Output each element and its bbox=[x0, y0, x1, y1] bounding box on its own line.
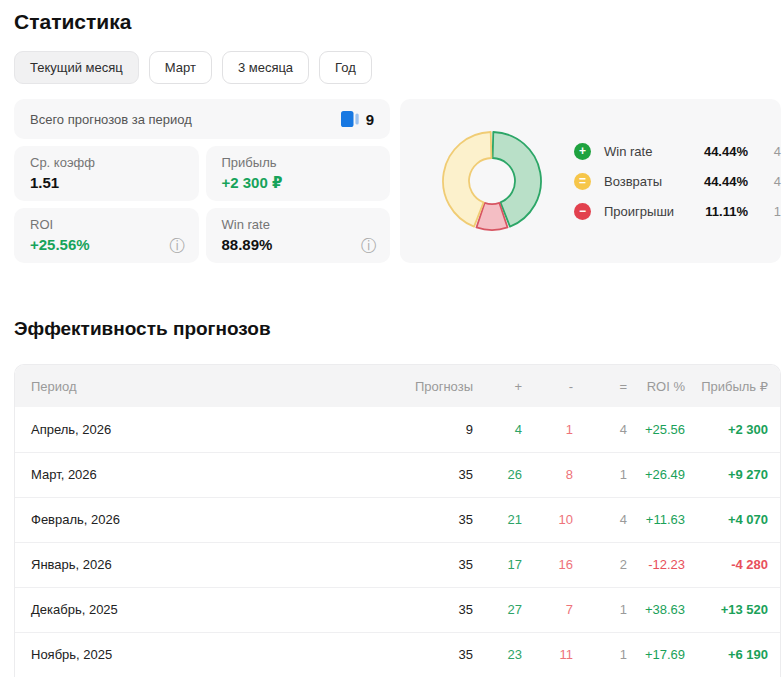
table-row: Март, 2026 35 26 8 1 +26.49 +9 270 bbox=[15, 452, 780, 497]
legend-percent: 11.11% bbox=[696, 204, 748, 219]
avg-coeff-label: Ср. коэфф bbox=[30, 155, 185, 170]
period-cell: Март, 2026 bbox=[15, 452, 411, 497]
profit-cell: +4 070 bbox=[685, 497, 780, 542]
losses-cell: 1 bbox=[522, 407, 573, 452]
wins-cell: 26 bbox=[473, 452, 522, 497]
period-cell: Февраль, 2026 bbox=[15, 497, 411, 542]
returns-cell: 1 bbox=[573, 632, 627, 677]
donut-chart bbox=[440, 129, 544, 233]
stat-cards-grid: Ср. коэфф 1.51 Прибыль +2 300 ₽ ROI +25.… bbox=[14, 146, 390, 263]
profit-label: Прибыль bbox=[222, 155, 377, 170]
profit-cell: +6 190 bbox=[685, 632, 780, 677]
period-cell: Декабрь, 2025 bbox=[15, 587, 411, 632]
stack-icon bbox=[340, 110, 360, 128]
roi-cell: +38.63 bbox=[627, 587, 685, 632]
losses-cell: 10 bbox=[522, 497, 573, 542]
summary-cards-column: Всего прогнозов за период 9 Ср. коэфф 1.… bbox=[14, 99, 390, 263]
profit-card: Прибыль +2 300 ₽ bbox=[206, 146, 391, 201]
period-cell: Январь, 2026 bbox=[15, 542, 411, 587]
legend-item-returns: = Возвраты 44.44% 4 bbox=[574, 173, 781, 190]
effectiveness-table: Период Прогнозы + - = ROI % Прибыль ₽ Ап… bbox=[15, 365, 780, 677]
chart-legend: + Win rate 44.44% 4 = Возвраты 44.44% 4 … bbox=[574, 143, 781, 220]
total-predictions-card: Всего прогнозов за период 9 bbox=[14, 99, 390, 139]
legend-label: Возвраты bbox=[604, 174, 696, 189]
col-period: Период bbox=[15, 365, 411, 407]
profit-cell: +13 520 bbox=[685, 587, 780, 632]
wins-cell: 17 bbox=[473, 542, 522, 587]
legend-item-losses: − Проигрыши 11.11% 1 bbox=[574, 203, 781, 220]
roi-card: ROI +25.56% ⓘ bbox=[14, 208, 199, 263]
page-title: Статистика bbox=[14, 10, 781, 34]
winrate-value: 88.89% bbox=[222, 236, 377, 253]
total-predictions-label: Всего прогнозов за период bbox=[30, 112, 340, 127]
results-chart-card: + Win rate 44.44% 4 = Возвраты 44.44% 4 … bbox=[400, 99, 781, 263]
profit-value: +2 300 ₽ bbox=[222, 174, 377, 192]
table-row: Январь, 2026 35 17 16 2 -12.23 -4 280 bbox=[15, 542, 780, 587]
legend-item-winrate: + Win rate 44.44% 4 bbox=[574, 143, 781, 160]
returns-cell: 1 bbox=[573, 587, 627, 632]
col-losses: - bbox=[522, 365, 573, 407]
returns-cell: 2 bbox=[573, 542, 627, 587]
equals-circle-icon: = bbox=[574, 173, 591, 190]
total-cell: 35 bbox=[411, 587, 473, 632]
roi-cell: +25.56 bbox=[627, 407, 685, 452]
col-wins: + bbox=[473, 365, 522, 407]
winrate-label: Win rate bbox=[222, 217, 377, 232]
returns-cell: 4 bbox=[573, 407, 627, 452]
table-row: Ноябрь, 2025 35 23 11 1 +17.69 +6 190 bbox=[15, 632, 780, 677]
filter-march[interactable]: Март bbox=[149, 51, 212, 84]
filter-year[interactable]: Год bbox=[319, 51, 372, 84]
returns-cell: 1 bbox=[573, 452, 627, 497]
roi-cell: -12.23 bbox=[627, 542, 685, 587]
losses-cell: 7 bbox=[522, 587, 573, 632]
filter-3-months[interactable]: 3 месяца bbox=[222, 51, 309, 84]
info-icon[interactable]: ⓘ bbox=[361, 238, 377, 254]
col-predictions: Прогнозы bbox=[411, 365, 473, 407]
profit-cell: +2 300 bbox=[685, 407, 780, 452]
period-cell: Апрель, 2026 bbox=[15, 407, 411, 452]
table-row: Февраль, 2026 35 21 10 4 +11.63 +4 070 bbox=[15, 497, 780, 542]
wins-cell: 21 bbox=[473, 497, 522, 542]
losses-cell: 16 bbox=[522, 542, 573, 587]
avg-coeff-value: 1.51 bbox=[30, 174, 185, 191]
effectiveness-title: Эффективность прогнозов bbox=[14, 318, 781, 340]
legend-count: 1 bbox=[748, 204, 781, 219]
roi-cell: +26.49 bbox=[627, 452, 685, 497]
profit-cell: +9 270 bbox=[685, 452, 780, 497]
wins-cell: 23 bbox=[473, 632, 522, 677]
losses-cell: 8 bbox=[522, 452, 573, 497]
winrate-card: Win rate 88.89% ⓘ bbox=[206, 208, 391, 263]
table-row: Апрель, 2026 9 4 1 4 +25.56 +2 300 bbox=[15, 407, 780, 452]
legend-label: Win rate bbox=[604, 144, 696, 159]
legend-count: 4 bbox=[748, 144, 781, 159]
col-roi: ROI % bbox=[627, 365, 685, 407]
table-row: Декабрь, 2025 35 27 7 1 +38.63 +13 520 bbox=[15, 587, 780, 632]
minus-circle-icon: − bbox=[574, 203, 591, 220]
effectiveness-table-card: Период Прогнозы + - = ROI % Прибыль ₽ Ап… bbox=[14, 364, 781, 677]
statistics-page: Статистика Текущий месяц Март 3 месяца Г… bbox=[0, 0, 783, 677]
legend-count: 4 bbox=[748, 174, 781, 189]
col-returns: = bbox=[573, 365, 627, 407]
table-header-row: Период Прогнозы + - = ROI % Прибыль ₽ bbox=[15, 365, 780, 407]
wins-cell: 4 bbox=[473, 407, 522, 452]
roi-cell: +11.63 bbox=[627, 497, 685, 542]
total-cell: 35 bbox=[411, 497, 473, 542]
period-filter-group: Текущий месяц Март 3 месяца Год bbox=[14, 51, 781, 84]
total-cell: 9 bbox=[411, 407, 473, 452]
total-predictions-value: 9 bbox=[366, 111, 374, 128]
roi-value: +25.56% bbox=[30, 236, 185, 253]
total-predictions-value-group: 9 bbox=[340, 110, 374, 128]
plus-circle-icon: + bbox=[574, 143, 591, 160]
losses-cell: 11 bbox=[522, 632, 573, 677]
profit-cell: -4 280 bbox=[685, 542, 780, 587]
col-profit: Прибыль ₽ bbox=[685, 365, 780, 407]
roi-cell: +17.69 bbox=[627, 632, 685, 677]
filter-current-month[interactable]: Текущий месяц bbox=[14, 51, 139, 84]
total-cell: 35 bbox=[411, 452, 473, 497]
period-cell: Ноябрь, 2025 bbox=[15, 632, 411, 677]
returns-cell: 4 bbox=[573, 497, 627, 542]
summary-section: Всего прогнозов за период 9 Ср. коэфф 1.… bbox=[14, 99, 781, 263]
info-icon[interactable]: ⓘ bbox=[170, 238, 186, 254]
total-cell: 35 bbox=[411, 632, 473, 677]
legend-percent: 44.44% bbox=[696, 144, 748, 159]
